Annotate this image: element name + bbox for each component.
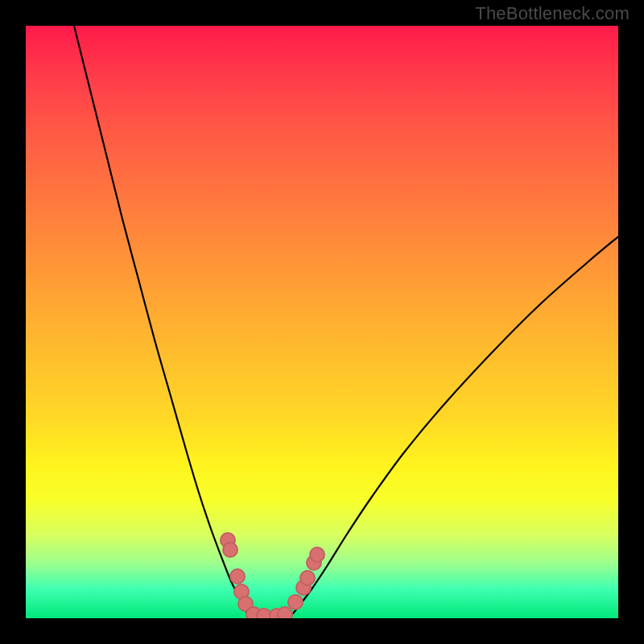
marker-dot	[230, 569, 245, 584]
plot-area	[26, 26, 618, 618]
marker-dot	[223, 543, 237, 557]
marker-group	[221, 533, 324, 618]
marker-dot	[278, 607, 292, 618]
bottleneck-curve	[74, 26, 618, 618]
attribution-text: TheBottleneck.com	[475, 3, 630, 24]
curve-svg	[26, 26, 618, 618]
marker-dot	[310, 547, 324, 562]
marker-dot	[288, 595, 303, 609]
marker-dot	[300, 571, 315, 585]
chart-frame: TheBottleneck.com	[0, 0, 644, 644]
